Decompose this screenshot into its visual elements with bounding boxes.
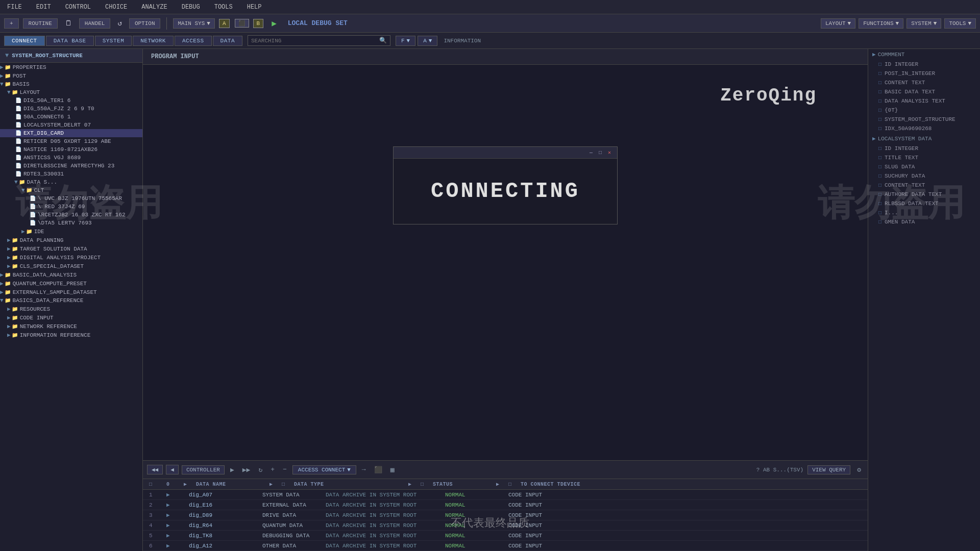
tree-arrow-icon[interactable]: ▼ bbox=[14, 179, 18, 185]
add-button[interactable]: + bbox=[4, 18, 19, 29]
row-play-icon[interactable]: ▶ bbox=[164, 522, 185, 529]
tree-item[interactable]: ▶ 📁 CLS_SPECIAL_DATASET bbox=[0, 262, 142, 270]
tree-arrow-icon[interactable]: ▶ bbox=[0, 289, 4, 295]
nav-system[interactable]: SYSTEM bbox=[95, 36, 132, 46]
menu-edit[interactable]: EDIT bbox=[33, 3, 54, 12]
tree-item[interactable]: ▶ 📁 DIGITAL ANALYSIS PROJECT bbox=[0, 253, 142, 262]
right-localsystem-item[interactable]: □TITLE TEXT bbox=[868, 153, 980, 162]
a-indicator[interactable]: A bbox=[219, 19, 230, 28]
collapse-icon[interactable]: ▼ bbox=[5, 52, 9, 59]
system-dropdown[interactable]: SYSTEM ▼ bbox=[906, 18, 941, 29]
tree-item[interactable]: ▶ 📁 IDE bbox=[0, 227, 142, 236]
add-ctrl-icon[interactable]: + bbox=[268, 465, 277, 474]
a-dropdown[interactable]: A ▼ bbox=[418, 36, 437, 46]
back-button[interactable]: ◀ bbox=[166, 465, 179, 474]
tree-item[interactable]: ▼ 📁 BASIS bbox=[0, 80, 142, 88]
right-comment-item[interactable]: □POST_IN_INTEGER bbox=[868, 69, 980, 78]
search-bar[interactable]: 🔍 bbox=[248, 35, 390, 46]
tree-arrow-icon[interactable]: ▶ bbox=[21, 228, 25, 235]
modal-maximize-button[interactable]: □ bbox=[597, 149, 604, 156]
controller-button[interactable]: CONTROLLER bbox=[182, 465, 225, 474]
tree-item[interactable]: ▶ 📁 RESOURCES bbox=[0, 305, 142, 313]
table-row[interactable]: 1 ▶ dig_A07 SYSTEM DATA DATA ARCHIVE IN … bbox=[143, 490, 868, 500]
nav-data[interactable]: DATA bbox=[213, 36, 242, 46]
tree-item[interactable]: 📄 \ RED 37J4Z 69 bbox=[0, 203, 142, 211]
tree-item[interactable]: 📄 50A_CONNECT6 1 bbox=[0, 113, 142, 121]
right-localsystem-item[interactable]: □SUCHURY DATA bbox=[868, 171, 980, 181]
b-indicator[interactable]: B bbox=[253, 19, 264, 28]
routine-button[interactable]: ROUTINE bbox=[23, 18, 58, 29]
tree-item[interactable]: 📄 \DTA5 LERTV 7693 bbox=[0, 219, 142, 227]
tree-item[interactable]: ▼ 📁 CLT bbox=[0, 186, 142, 194]
tree-item[interactable]: ▶ 📁 QUANTUM_COMPUTE_PRESET bbox=[0, 279, 142, 288]
tree-arrow-icon[interactable]: ▶ bbox=[7, 332, 11, 338]
tree-item[interactable]: 📄 \ UVC BJZ 1976UTN 75565AR bbox=[0, 194, 142, 203]
tree-arrow-icon[interactable]: ▼ bbox=[7, 89, 11, 95]
right-localsystem-item[interactable]: □ID INTEGER bbox=[868, 144, 980, 153]
right-comment-item[interactable]: □CONTENT TEXT bbox=[868, 78, 980, 87]
tree-item[interactable]: ▶ 📁 DATA PLANNING bbox=[0, 236, 142, 244]
refresh-icon[interactable]: ↺ bbox=[114, 18, 125, 29]
fast-forward-ctrl-icon[interactable]: ▶▶ bbox=[240, 465, 253, 475]
right-localsystem-item[interactable]: □CONTENT TEXT bbox=[868, 181, 980, 190]
right-localsystem-item[interactable]: □AUTHORE DATA TEXT bbox=[868, 190, 980, 199]
stop-icon[interactable]: ⬛ bbox=[372, 465, 385, 475]
tree-arrow-icon[interactable]: ▶ bbox=[7, 306, 11, 312]
tree-item[interactable]: 📄 NASTICE 1169-8721AXB26 bbox=[0, 145, 142, 154]
tree-item[interactable]: 📄 RDTE3_S30031 bbox=[0, 170, 142, 178]
right-localsystem-item[interactable]: □I... bbox=[868, 208, 980, 217]
right-comment-item[interactable]: □BASIC DATA TEXT bbox=[868, 87, 980, 96]
tree-arrow-icon[interactable]: ▼ bbox=[21, 187, 25, 193]
tree-item[interactable]: 📄 DIG_550A_FJZ 2 6 9 T0 bbox=[0, 105, 142, 113]
right-localsystem-item[interactable]: □RLBSSD DATA TEXT bbox=[868, 199, 980, 208]
f-dropdown[interactable]: F ▼ bbox=[396, 36, 415, 46]
minus-ctrl-icon[interactable]: − bbox=[280, 465, 289, 474]
tree-item[interactable]: ▼ 📁 DATA S... bbox=[0, 178, 142, 186]
modal-close-button[interactable]: ✕ bbox=[606, 149, 613, 156]
tree-arrow-icon[interactable]: ▶ bbox=[7, 245, 11, 252]
tree-item[interactable]: 📄 RETICER D05 GXDRT 1129 ABE bbox=[0, 137, 142, 145]
right-comment-item[interactable]: □{0T} bbox=[868, 106, 980, 115]
right-comment-header[interactable]: ▶COMMMENT bbox=[868, 49, 980, 60]
tree-item[interactable]: ▶ 📁 POST bbox=[0, 71, 142, 80]
modal-minimize-button[interactable]: — bbox=[587, 149, 595, 156]
tree-item[interactable]: ▼ 📁 LAYOUT bbox=[0, 88, 142, 96]
tree-arrow-icon[interactable]: ▶ bbox=[0, 72, 4, 79]
main-sys-dropdown[interactable]: MAIN SYS ▼ bbox=[173, 18, 214, 29]
view-query-button[interactable]: VIEW QUERY bbox=[807, 465, 850, 474]
tree-arrow-icon[interactable]: ▶ bbox=[7, 254, 11, 261]
tools-dropdown[interactable]: TOOLS ▼ bbox=[944, 18, 976, 29]
option-button[interactable]: OPTION bbox=[129, 18, 161, 29]
menu-help[interactable]: HELP bbox=[244, 3, 265, 12]
search-icon[interactable]: 🔍 bbox=[379, 37, 387, 44]
tree-item[interactable]: ▶ 📁 TARGET SOLUTION DATA bbox=[0, 244, 142, 253]
refresh-ctrl-icon[interactable]: ↻ bbox=[256, 465, 265, 475]
table-row[interactable]: 6 ▶ dig_A12 OTHER DATA DATA ARCHIVE IN S… bbox=[143, 541, 868, 551]
functions-dropdown[interactable]: FUNCTIONS ▼ bbox=[859, 18, 903, 29]
right-comment-item[interactable]: □IDX_50A9690268 bbox=[868, 124, 980, 133]
menu-control[interactable]: CONTROL bbox=[62, 3, 94, 12]
rewind-button[interactable]: ◀◀ bbox=[147, 465, 163, 474]
menu-tools[interactable]: TOOLS bbox=[211, 3, 236, 12]
tree-arrow-icon[interactable]: ▶ bbox=[0, 64, 4, 70]
tree-item[interactable]: 📄 \RCETZJB2 16 03 ZXC RT 162 bbox=[0, 211, 142, 219]
tree-item[interactable]: ▶ 📁 EXTERNALLY_SAMPLE_DATASET bbox=[0, 288, 142, 296]
tree-item[interactable]: ▶ 📁 NETWORK REFERENCE bbox=[0, 322, 142, 331]
tree-item[interactable]: ▼ 📁 BASICS_DATA_REFERENCE bbox=[0, 296, 142, 305]
grid-icon[interactable]: ▦ bbox=[388, 465, 397, 475]
menu-file[interactable]: FILE bbox=[4, 3, 25, 12]
row-play-icon[interactable]: ▶ bbox=[164, 502, 185, 508]
table-row[interactable]: 4 ▶ dig_R64 QUANTUM DATA DATA ARCHIVE IN… bbox=[143, 520, 868, 531]
tree-item[interactable]: 📄 DIG_50A_TER1 6 bbox=[0, 96, 142, 105]
table-row[interactable]: 5 ▶ dig_TK8 DEBUGGING DATA DATA ARCHIVE … bbox=[143, 531, 868, 541]
tree-arrow-icon[interactable]: ▼ bbox=[0, 81, 4, 87]
nav-database[interactable]: DATA BASE bbox=[46, 36, 94, 46]
menu-analyze[interactable]: ANALYZE bbox=[138, 3, 170, 12]
copy-icon[interactable]: 🗒 bbox=[62, 18, 75, 29]
handel-button[interactable]: HANDEL bbox=[79, 18, 111, 29]
tree-arrow-icon[interactable]: ▶ bbox=[0, 280, 4, 287]
play-icon[interactable]: ▶ bbox=[268, 17, 280, 30]
tree-item[interactable]: ▶ 📁 PROPERTIES bbox=[0, 63, 142, 71]
tree-arrow-icon[interactable]: ▶ bbox=[0, 271, 4, 278]
tree-item[interactable]: ▶ 📁 INFORMATION REFERENCE bbox=[0, 331, 142, 339]
